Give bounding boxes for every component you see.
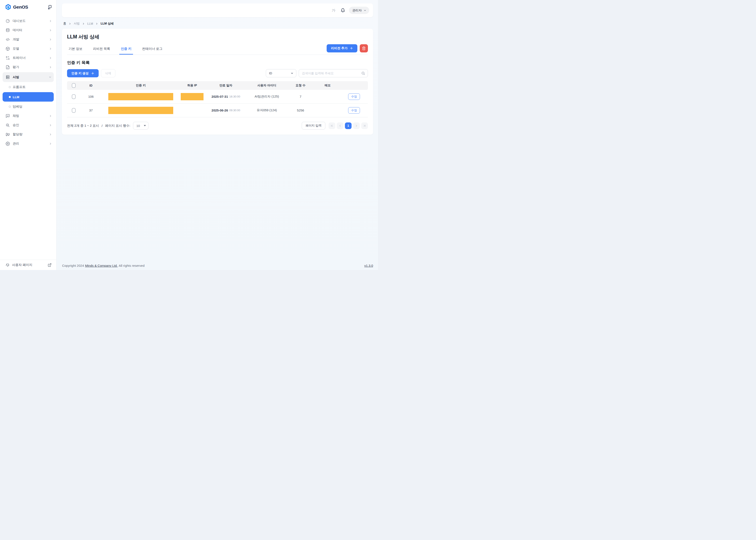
row-requests: 5256: [286, 108, 315, 112]
sidebar-item-label: LLM: [13, 95, 19, 99]
next-page-button[interactable]: [353, 122, 360, 129]
trainer-icon: [6, 56, 10, 60]
sidebar-item-admin[interactable]: 관리: [0, 139, 56, 148]
rows-per-page-value: 10: [136, 124, 140, 128]
user-page-link[interactable]: 사용자 페이지: [0, 260, 56, 270]
sidebar-item-label: 관리: [13, 142, 19, 146]
search-input[interactable]: [302, 71, 360, 75]
page-input-button[interactable]: 페이지 입력: [302, 122, 325, 130]
breadcrumb-current: LLM 상세: [100, 22, 114, 26]
row-user: 유저059 (124): [247, 108, 286, 112]
page-1-button[interactable]: 1: [345, 122, 352, 129]
breadcrumb-serving[interactable]: 서빙: [74, 22, 80, 26]
user-menu[interactable]: 관리자: [349, 7, 370, 14]
chevron-down-icon: [49, 75, 52, 78]
sidebar-item-prompt[interactable]: 프롬프트: [0, 82, 56, 92]
table-row: 37 2025-06-26 09:30:00 유저059 (124) 5256 …: [67, 103, 368, 117]
add-revision-label: 리비전 추가: [331, 46, 348, 50]
chevron-left-icon: [339, 124, 342, 127]
pagination: 전체 2개 중 1 ~ 2 표시 / 페이지 표시 행수: 10 페이지 입력 …: [67, 122, 368, 130]
row-id: 37: [80, 108, 101, 112]
sidebar-collapse-icon[interactable]: [48, 5, 52, 10]
sidebar-item-serving[interactable]: 서빙: [3, 72, 54, 82]
expire-date: 2025-07-31: [212, 95, 228, 98]
table-header: ID 인증 키 허용 IP 만료 일자 사용자 아이디 요청 수 메모: [67, 81, 368, 90]
page-title: LLM 서빙 상세: [67, 34, 368, 40]
delete-auth-key-button[interactable]: 삭제: [101, 69, 115, 77]
row-checkbox[interactable]: [72, 108, 76, 113]
pagination-separator: /: [102, 124, 102, 128]
chevron-right-icon: [49, 124, 52, 127]
copyright-prefix: Copyright 2024: [62, 264, 84, 267]
user-menu-label: 관리자: [353, 8, 362, 12]
delete-serving-button[interactable]: [360, 44, 368, 53]
sidebar-item-model[interactable]: 모델: [0, 44, 56, 53]
tab-revision-list[interactable]: 리비전 목록: [91, 44, 111, 55]
version-link[interactable]: v1.3.0: [364, 264, 373, 267]
plus-icon: [91, 72, 94, 75]
rows-per-page-select[interactable]: 10: [133, 122, 148, 130]
chevron-right-icon: [49, 57, 52, 60]
topbar: 가 관리자: [62, 3, 373, 17]
sidebar-item-embedding[interactable]: 임베딩: [0, 102, 56, 111]
first-page-button[interactable]: [329, 122, 335, 129]
notifications-button[interactable]: [341, 8, 345, 13]
tab-container-log[interactable]: 컨테이너 로그: [141, 44, 164, 55]
row-checkbox[interactable]: [72, 94, 76, 99]
create-auth-key-button[interactable]: 인증 키 생성: [67, 69, 99, 77]
database-icon: [6, 28, 10, 33]
prev-page-button[interactable]: [337, 122, 343, 129]
edit-button[interactable]: 수정: [348, 93, 360, 100]
logo-row: GenOS: [0, 0, 56, 13]
sidebar-item-chat[interactable]: 채팅: [0, 111, 56, 120]
col-request-count: 요청 수: [286, 83, 315, 87]
sidebar-item-label: 평가: [13, 65, 19, 69]
search-field-select[interactable]: ID: [266, 69, 296, 77]
edit-button[interactable]: 수정: [348, 107, 360, 114]
chevron-right-icon: [95, 22, 98, 25]
add-revision-button[interactable]: 리비전 추가: [327, 44, 357, 53]
last-page-button[interactable]: [361, 122, 368, 129]
sidebar-item-data[interactable]: 데이터: [0, 26, 56, 35]
sidebar-item-trainer[interactable]: 트레이너: [0, 53, 56, 63]
col-expire-date: 만료 일자: [204, 83, 247, 87]
sidebar-item-evaluation[interactable]: 평가: [0, 63, 56, 72]
chat-icon: [6, 114, 10, 118]
breadcrumb: 홈 서빙 LLM LLM 상세: [63, 22, 373, 26]
sidebar-item-dashboard[interactable]: 대시보드: [0, 16, 56, 26]
sidebar-item-approval[interactable]: 승인: [0, 120, 56, 130]
tabs: 기본 정보 리비전 목록 인증 키 컨테이너 로그 리비전 추가: [67, 44, 368, 55]
breadcrumb-home[interactable]: 홈: [63, 22, 66, 26]
col-auth-key: 인증 키: [101, 83, 180, 87]
main-content: 가 관리자 홈 서빙 LLM LLM 상세 LLM 서빙 상세 기본 정보 리비…: [57, 0, 378, 270]
create-auth-key-label: 인증 키 생성: [72, 71, 89, 75]
server-icon: [6, 75, 10, 79]
chevron-right-icon: [49, 133, 52, 136]
bell-icon: [341, 8, 345, 13]
auth-key-list-title: 인증 키 목록: [67, 60, 368, 66]
sidebar-item-label: 할당량: [13, 132, 22, 136]
chevron-right-icon: [49, 142, 52, 145]
external-link-icon: [48, 263, 52, 267]
chevron-right-icon: [82, 22, 85, 25]
tab-auth-key[interactable]: 인증 키: [119, 44, 133, 55]
expire-time: 16:30:00: [229, 95, 240, 98]
breadcrumb-llm[interactable]: LLM: [87, 22, 93, 25]
select-all-checkbox[interactable]: [72, 83, 76, 88]
col-user-id: 사용자 아이디: [247, 83, 286, 87]
sidebar-item-label: 개발: [13, 37, 19, 42]
search-field-value: ID: [269, 71, 272, 75]
company-link[interactable]: Minds & Company Ltd.: [85, 264, 118, 267]
font-size-button[interactable]: 가: [332, 8, 336, 13]
genos-logo-icon: [5, 4, 11, 10]
row-expire: 2025-06-26 09:30:00: [204, 108, 247, 112]
sidebar-item-develop[interactable]: 개발: [0, 35, 56, 44]
sidebar-item-quota[interactable]: 할당량: [0, 130, 56, 139]
sidebar-nav: 대시보드 데이터 개발 모델: [0, 16, 56, 260]
plus-icon: [350, 47, 353, 50]
tab-basic-info[interactable]: 기본 정보: [67, 44, 84, 55]
row-requests: 7: [286, 95, 315, 98]
chevron-right-icon: [49, 66, 52, 69]
sidebar-item-llm[interactable]: LLM: [3, 92, 54, 102]
table-row: 106 2025-07-31 16:30:00 AI팀관리자 (125) 7 수…: [67, 90, 368, 103]
